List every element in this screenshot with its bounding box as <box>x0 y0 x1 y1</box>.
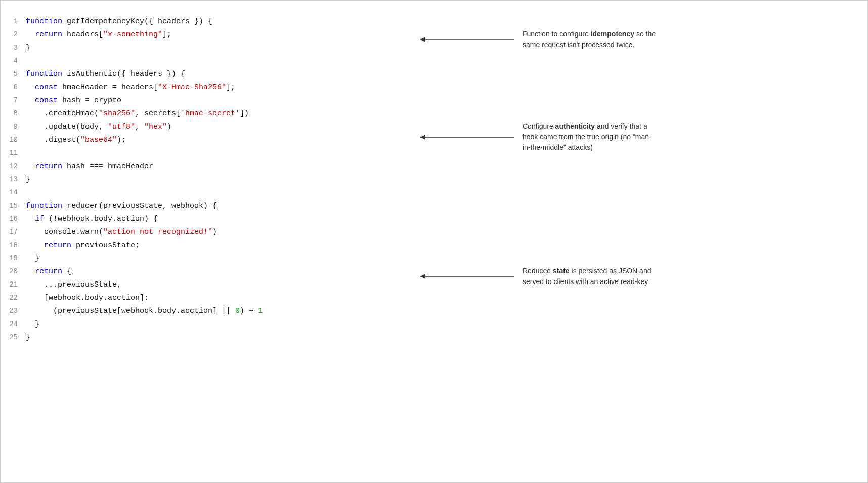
line-number: 19 <box>1 253 26 264</box>
code-line: 1function getIdempotencyKey({ headers })… <box>1 16 415 29</box>
code-line: 20 return { <box>1 266 415 279</box>
code-line: 11 <box>1 147 415 160</box>
code-line: 13} <box>1 174 415 187</box>
line-number: 2 <box>1 29 26 40</box>
line-number: 16 <box>1 213 26 224</box>
annotation-text: Configure authenticity and verify that a… <box>516 121 658 153</box>
line-content: } <box>26 318 415 331</box>
code-line: 12 return hash === hmacHeader <box>1 160 415 174</box>
svg-marker-1 <box>420 37 425 42</box>
line-content: } <box>26 42 415 54</box>
code-line: 25} <box>1 332 415 345</box>
code-line: 4 <box>1 55 415 68</box>
line-content: return previousState; <box>26 239 415 252</box>
line-number: 23 <box>1 305 26 316</box>
line-number: 9 <box>1 121 26 132</box>
line-content: function isAuthentic({ headers }) { <box>26 68 415 80</box>
line-content: if (!webhook.body.action) { <box>26 213 415 225</box>
line-content: function getIdempotencyKey({ headers }) … <box>26 16 415 28</box>
line-number: 6 <box>1 82 26 93</box>
code-line: 6 const hmacHeader = headers["X-Hmac-Sha… <box>1 82 415 95</box>
line-number: 15 <box>1 200 26 211</box>
arrow-icon <box>415 271 516 281</box>
line-content: ...previousState, <box>26 279 415 291</box>
code-line: 24 } <box>1 318 415 332</box>
line-content: .createHmac("sha256", secrets['hmac-secr… <box>26 108 415 120</box>
code-line: 18 return previousState; <box>1 239 415 253</box>
code-line: 22 [webhook.body.acction]: <box>1 292 415 305</box>
line-number: 11 <box>1 147 26 158</box>
line-number: 24 <box>1 318 26 330</box>
line-number: 25 <box>1 332 26 343</box>
svg-marker-5 <box>420 274 425 279</box>
code-line: 19 } <box>1 253 415 266</box>
code-line: 14 <box>1 187 415 200</box>
line-number: 7 <box>1 95 26 106</box>
annotations-panel: Function to configure idempotency so the… <box>415 11 867 472</box>
code-line: 21 ...previousState, <box>1 279 415 292</box>
line-number: 20 <box>1 266 26 277</box>
annotation-text: Reduced state is persisted as JSON and s… <box>516 266 658 287</box>
line-number: 8 <box>1 108 26 119</box>
line-number: 10 <box>1 134 26 145</box>
line-number: 18 <box>1 239 26 251</box>
line-content: const hmacHeader = headers["X-Hmac-Sha25… <box>26 82 415 94</box>
code-line: 10 .digest("base64"); <box>1 134 415 147</box>
svg-marker-3 <box>420 135 425 140</box>
line-content: } <box>26 253 415 265</box>
code-line: 2 return headers["x-something"]; <box>1 29 415 42</box>
arrow-icon <box>415 34 516 45</box>
line-content: } <box>26 332 415 344</box>
code-line: 16 if (!webhook.body.action) { <box>1 213 415 226</box>
line-content: return headers["x-something"]; <box>26 29 415 41</box>
code-line: 15function reducer(previousState, webhoo… <box>1 200 415 213</box>
code-line: 3} <box>1 42 415 55</box>
line-number: 21 <box>1 279 26 290</box>
line-content: [webhook.body.acction]: <box>26 292 415 304</box>
annotation-ann3: Reduced state is persisted as JSON and s… <box>415 266 867 287</box>
code-line: 8 .createHmac("sha256", secrets['hmac-se… <box>1 108 415 121</box>
code-line: 5function isAuthentic({ headers }) { <box>1 68 415 82</box>
line-content: .update(body, "utf8", "hex") <box>26 121 415 133</box>
line-number: 3 <box>1 42 26 53</box>
line-number: 5 <box>1 68 26 79</box>
code-line: 9 .update(body, "utf8", "hex") <box>1 121 415 134</box>
line-content: return hash === hmacHeader <box>26 160 415 173</box>
annotation-ann1: Function to configure idempotency so the… <box>415 29 867 50</box>
code-panel: 1function getIdempotencyKey({ headers })… <box>1 11 415 472</box>
annotation-text: Function to configure idempotency so the… <box>516 29 658 50</box>
arrow-icon <box>415 132 516 142</box>
line-number: 1 <box>1 16 26 27</box>
line-content: console.warn("action not recognized!") <box>26 226 415 238</box>
line-content: } <box>26 174 415 186</box>
line-content: .digest("base64"); <box>26 134 415 146</box>
line-content: return { <box>26 266 415 278</box>
line-content: function reducer(previousState, webhook)… <box>26 200 415 212</box>
code-line: 7 const hash = crypto <box>1 95 415 108</box>
line-number: 4 <box>1 55 26 66</box>
line-number: 14 <box>1 187 26 198</box>
annotation-ann2: Configure authenticity and verify that a… <box>415 121 867 153</box>
line-number: 13 <box>1 174 26 185</box>
line-content: (previousState[webhook.body.acction] || … <box>26 305 415 317</box>
line-number: 17 <box>1 226 26 237</box>
line-content: const hash = crypto <box>26 95 415 107</box>
main-container: 1function getIdempotencyKey({ headers })… <box>0 0 868 483</box>
code-line: 23 (previousState[webhook.body.acction] … <box>1 305 415 318</box>
code-line: 17 console.warn("action not recognized!"… <box>1 226 415 239</box>
line-number: 22 <box>1 292 26 303</box>
line-number: 12 <box>1 160 26 172</box>
